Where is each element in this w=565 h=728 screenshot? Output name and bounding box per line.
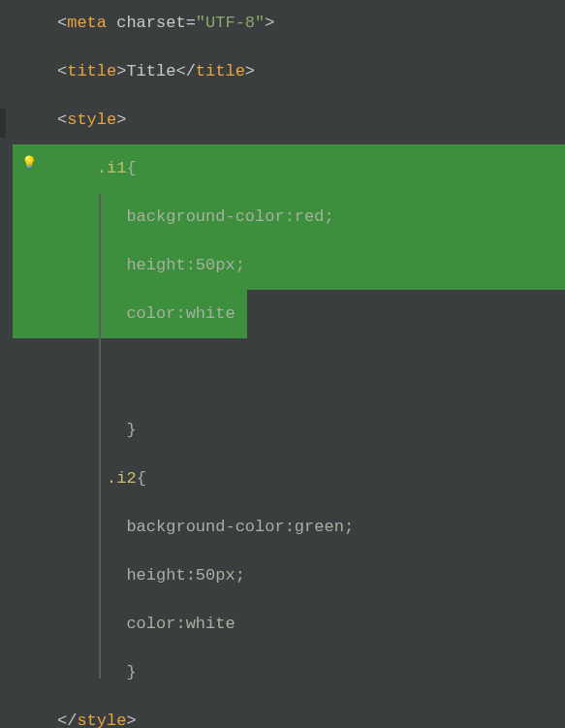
semicolon: ; [235, 566, 245, 585]
css-selector: .i1 [97, 159, 127, 177]
angle-bracket: > [116, 111, 126, 129]
angle-bracket: </ [175, 62, 195, 80]
angle-bracket: < [57, 14, 67, 32]
code-line: color:white [13, 613, 565, 661]
brace: { [126, 159, 136, 177]
code-line: } [13, 419, 565, 467]
css-value: green [295, 518, 344, 536]
angle-bracket: > [245, 62, 255, 80]
css-value: red [295, 207, 325, 226]
code-line [13, 351, 565, 419]
space [107, 14, 116, 32]
equals: = [186, 14, 196, 32]
code-line: } [13, 661, 565, 710]
code-line: height:50px; [13, 564, 565, 613]
angle-bracket: > [126, 712, 136, 728]
code-line: background-color:green; [13, 516, 565, 564]
tag-name: style [77, 712, 126, 728]
colon: : [175, 615, 185, 633]
angle-bracket: > [265, 14, 274, 32]
brace: } [126, 663, 136, 681]
code-editor[interactable]: <meta charset="UTF-8"> <title>Title</tit… [13, 0, 565, 728]
brace: } [126, 421, 136, 439]
tag-name: meta [67, 14, 107, 32]
colon: : [186, 566, 196, 585]
code-line: .i2{ [13, 467, 565, 516]
code-line: .i1{ [13, 157, 565, 206]
angle-bracket: > [116, 62, 126, 80]
colon: : [285, 207, 295, 226]
code-line: <style> [13, 109, 565, 157]
code-line: color:white [13, 302, 565, 351]
colon: : [186, 256, 196, 274]
code-line: height:50px; [13, 254, 565, 302]
css-value: white [186, 304, 235, 323]
fold-indicator[interactable] [0, 109, 6, 138]
code-line: </style> [13, 710, 565, 728]
brace: { [137, 469, 146, 488]
code-line: <title>Title</title> [13, 60, 565, 109]
css-value: 50px [196, 256, 235, 274]
angle-bracket: < [57, 111, 67, 129]
code-line: background-color:red; [13, 206, 565, 254]
css-selector: .i2 [107, 469, 137, 488]
css-property: color [126, 615, 175, 633]
angle-bracket: </ [57, 712, 77, 728]
text-content: Title [126, 62, 175, 80]
colon: : [285, 518, 295, 536]
css-property: background-color [126, 207, 284, 226]
semicolon: ; [344, 518, 354, 536]
css-value: 50px [196, 566, 235, 585]
colon: : [175, 304, 185, 323]
attr-value: "UTF-8" [196, 14, 265, 32]
tag-name: style [67, 111, 116, 129]
tag-name: title [67, 62, 116, 80]
semicolon: ; [235, 256, 245, 274]
css-property: color [126, 304, 175, 323]
tag-name: title [196, 62, 245, 80]
attr-name: charset [116, 14, 185, 32]
css-property: height [126, 566, 185, 585]
css-property: background-color [126, 518, 284, 536]
angle-bracket: < [57, 62, 67, 80]
code-line: <meta charset="UTF-8"> [13, 12, 565, 60]
semicolon: ; [324, 207, 333, 226]
css-value: white [186, 615, 235, 633]
css-property: height [126, 256, 185, 274]
